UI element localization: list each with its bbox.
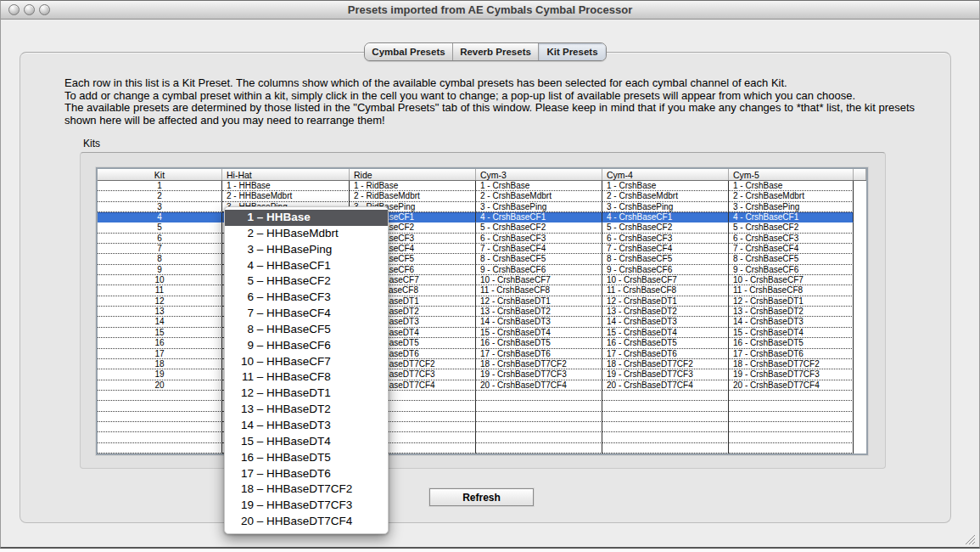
cym5-cell[interactable]: 7 - CrshBaseCF4 — [729, 244, 854, 254]
popup-item-hhbasecf8[interactable]: 11 – HHBaseCF8 — [225, 369, 388, 386]
popup-item-hhbasedt5[interactable]: 16 – HHBaseDT5 — [225, 450, 388, 466]
cym4-cell[interactable]: 19 - CrshBaseDT7CF3 — [602, 369, 729, 380]
cym5-cell[interactable]: 5 - CrshBaseCF2 — [729, 222, 854, 233]
cym5-cell[interactable] — [729, 432, 854, 442]
cym3-cell[interactable]: 17 - CrshBaseDT6 — [476, 349, 602, 359]
popup-item-hhbasecf3[interactable]: 6 – HHBaseCF3 — [225, 290, 388, 306]
table-row-empty[interactable] — [98, 443, 866, 453]
header-cell-cym-4[interactable]: Cym-4 — [602, 169, 729, 180]
popup-item-hhbasedt3[interactable]: 14 – HHBaseDT3 — [225, 418, 388, 434]
ride-cell[interactable]: 1 - RidBase — [350, 181, 476, 191]
kit-cell[interactable]: 10 — [98, 275, 222, 285]
cym4-cell[interactable] — [602, 432, 729, 442]
kit-cell[interactable] — [98, 401, 222, 411]
kit-cell[interactable] — [98, 422, 222, 432]
cym5-cell[interactable]: 15 - CrshBaseDT4 — [729, 328, 854, 338]
popup-item-hhbasecf1[interactable]: 4 – HHBaseCF1 — [225, 258, 388, 274]
cym3-cell[interactable]: 15 - CrshBaseDT4 — [476, 328, 602, 338]
cym3-cell[interactable]: 4 - CrshBaseCF1 — [476, 212, 602, 222]
cym3-cell[interactable] — [476, 422, 602, 432]
popup-item-hhbasecf7[interactable]: 10 – HHBaseCF7 — [225, 354, 388, 370]
cym4-cell[interactable]: 9 - CrshBaseCF6 — [602, 265, 729, 275]
cym5-cell[interactable]: 1 - CrshBase — [729, 181, 854, 191]
cym5-cell[interactable]: 12 - CrshBaseDT1 — [729, 296, 854, 307]
cym5-cell[interactable]: 14 - CrshBaseDT3 — [729, 317, 854, 327]
preset-popup-menu[interactable]: 1 – HHBase2 – HHBaseMdbrt3 – HHBasePing4… — [224, 206, 389, 534]
table-row[interactable]: 11 - HHBase1 - RidBase1 - CrshBase1 - Cr… — [98, 181, 866, 191]
kit-cell[interactable] — [98, 391, 222, 401]
kit-cell[interactable]: 3 — [98, 202, 222, 212]
kit-cell[interactable]: 9 — [98, 265, 222, 275]
kit-cell[interactable]: 11 — [98, 285, 222, 296]
table-row[interactable]: 1919 - HHBaseDT7CF319 - RidBaseDT7CF319 … — [98, 369, 866, 380]
kit-cell[interactable] — [98, 432, 222, 442]
cym5-cell[interactable]: 9 - CrshBaseCF6 — [729, 265, 854, 275]
cym3-cell[interactable]: 3 - CrshBasePing — [476, 202, 602, 212]
popup-item-hhbasedt1[interactable]: 12 – HHBaseDT1 — [225, 386, 388, 402]
cym4-cell[interactable]: 20 - CrshBaseDT7CF4 — [602, 380, 729, 391]
cym3-cell[interactable] — [476, 391, 602, 401]
popup-item-hhbase[interactable]: 1 – HHBase — [225, 210, 388, 226]
cym4-cell[interactable]: 8 - CrshBaseCF5 — [602, 254, 729, 264]
cym4-cell[interactable] — [602, 422, 729, 432]
kit-cell[interactable]: 20 — [98, 380, 222, 391]
cym3-cell[interactable]: 7 - CrshBaseCF4 — [476, 244, 602, 254]
table-row-empty[interactable] — [98, 432, 866, 442]
cym3-cell[interactable]: 5 - CrshBaseCF2 — [476, 222, 602, 233]
cym4-cell[interactable]: 10 - CrshBaseCF7 — [602, 275, 729, 285]
cym4-cell[interactable]: 15 - CrshBaseDT4 — [602, 328, 729, 338]
table-body[interactable]: 11 - HHBase1 - RidBase1 - CrshBase1 - Cr… — [98, 181, 866, 453]
cym3-cell[interactable]: 9 - CrshBaseCF6 — [476, 265, 602, 275]
tab-kit-presets[interactable]: Kit Presets — [539, 43, 606, 60]
kit-cell[interactable]: 17 — [98, 349, 222, 359]
kit-cell[interactable]: 2 — [98, 191, 222, 201]
cym5-cell[interactable]: 17 - CrshBaseDT6 — [729, 349, 854, 359]
cym4-cell[interactable] — [602, 443, 729, 453]
title-bar[interactable]: Presets imported from AE Cymbals Cymbal … — [1, 1, 979, 20]
header-cell-hi-hat[interactable]: Hi-Hat — [222, 169, 350, 180]
table-row-empty[interactable] — [98, 391, 866, 401]
popup-item-hhbasedt2[interactable]: 13 – HHBaseDT2 — [225, 402, 388, 418]
cym5-cell[interactable]: 6 - CrshBaseCF3 — [729, 234, 854, 244]
table-row[interactable]: 77 - HHBaseCF47 - RidBaseCF47 - CrshBase… — [98, 244, 866, 254]
popup-item-hhbasedt7cf2[interactable]: 18 – HHBaseDT7CF2 — [225, 482, 388, 498]
header-cell-cym-3[interactable]: Cym-3 — [476, 169, 602, 180]
header-cell-ride[interactable]: Ride — [350, 169, 476, 180]
cym4-cell[interactable] — [602, 401, 729, 411]
kit-cell[interactable]: 12 — [98, 296, 222, 307]
cym4-cell[interactable] — [602, 391, 729, 401]
cym5-cell[interactable] — [729, 391, 854, 401]
cym3-cell[interactable]: 18 - CrshBaseDT7CF2 — [476, 359, 602, 369]
table-row[interactable]: 2020 - HHBaseDT7CF420 - RidBaseDT7CF420 … — [98, 380, 866, 391]
cym4-cell[interactable]: 3 - CrshBasePing — [602, 202, 729, 212]
cym3-cell[interactable]: 6 - CrshBaseCF3 — [476, 234, 602, 244]
table-row[interactable]: 55 - HHBaseCF25 - RidBaseCF25 - CrshBase… — [98, 222, 866, 233]
table-row-empty[interactable] — [98, 412, 866, 422]
kit-cell[interactable]: 13 — [98, 307, 222, 317]
cym4-cell[interactable]: 12 - CrshBaseDT1 — [602, 296, 729, 307]
kit-cell[interactable]: 18 — [98, 359, 222, 369]
table-row[interactable]: 1111 - HHBaseCF811 - RidBaseCF811 - Crsh… — [98, 285, 866, 296]
table-row[interactable]: 66 - HHBaseCF36 - RidBaseCF36 - CrshBase… — [98, 234, 866, 244]
cym4-cell[interactable]: 16 - CrshBaseDT5 — [602, 338, 729, 348]
table-row[interactable]: 1818 - HHBaseDT7CF218 - RidBaseDT7CF218 … — [98, 359, 866, 369]
popup-item-hhbasemdbrt[interactable]: 2 – HHBaseMdbrt — [225, 226, 388, 242]
table-row[interactable]: 1010 - HHBaseCF710 - RidBaseCF710 - Crsh… — [98, 275, 866, 285]
popup-item-hhbaseping[interactable]: 3 – HHBasePing — [225, 242, 388, 258]
table-row[interactable]: 1616 - HHBaseDT516 - RidBaseDT516 - Crsh… — [98, 338, 866, 348]
header-cell-cym-5[interactable]: Cym-5 — [729, 169, 854, 180]
kit-cell[interactable]: 14 — [98, 317, 222, 327]
cym4-cell[interactable]: 14 - CrshBaseDT3 — [602, 317, 729, 327]
ride-cell[interactable]: 2 - RidBaseMdbrt — [350, 191, 476, 201]
kit-cell[interactable]: 15 — [98, 328, 222, 338]
cym5-cell[interactable]: 13 - CrshBaseDT2 — [729, 307, 854, 317]
cym3-cell[interactable]: 2 - CrshBaseMdbrt — [476, 191, 602, 201]
kit-cell[interactable]: 19 — [98, 369, 222, 380]
cym3-cell[interactable] — [476, 432, 602, 442]
cym4-cell[interactable]: 11 - CrshBaseCF8 — [602, 285, 729, 296]
cym3-cell[interactable]: 20 - CrshBaseDT7CF4 — [476, 380, 602, 391]
kit-cell[interactable] — [98, 443, 222, 453]
header-cell-kit[interactable]: Kit — [98, 169, 222, 180]
table-row[interactable]: 1515 - HHBaseDT415 - RidBaseDT415 - Crsh… — [98, 328, 866, 338]
cym5-cell[interactable] — [729, 443, 854, 453]
